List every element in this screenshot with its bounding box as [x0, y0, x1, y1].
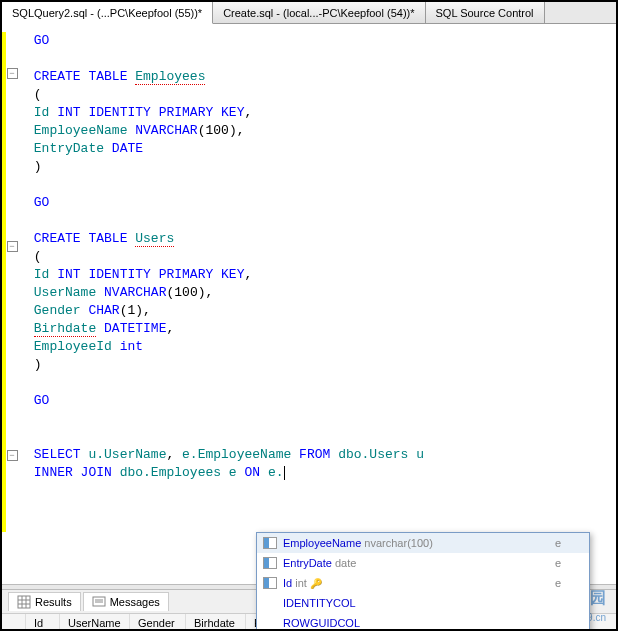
- col-rowheader[interactable]: [2, 614, 26, 631]
- ac-item-id[interactable]: Id int 🔑 e: [257, 573, 589, 593]
- type-datetime: DATETIME: [104, 321, 166, 336]
- tab-create-sql[interactable]: Create.sql - (local...-PC\Keepfool (54))…: [213, 2, 425, 23]
- tab-sqlquery2[interactable]: SQLQuery2.sql - (...PC\Keepfool (55))*: [2, 2, 213, 24]
- col-u-username: u.UserName: [88, 447, 166, 462]
- tab-sql-source-control[interactable]: SQL Source Control: [426, 2, 545, 23]
- keyword-inner-join: INNER JOIN: [34, 465, 112, 480]
- column-icon: [261, 575, 279, 591]
- fold-icon[interactable]: −: [7, 68, 18, 79]
- tab-messages-label: Messages: [110, 596, 160, 608]
- ac-alias: e: [545, 577, 585, 589]
- blank-icon: [261, 615, 279, 631]
- keyword-go: GO: [34, 195, 50, 210]
- ac-type: date: [335, 557, 356, 569]
- paren-close: ): [34, 159, 42, 174]
- ac-type: int: [295, 577, 307, 589]
- ac-label: IDENTITYCOL: [283, 597, 545, 609]
- blank-icon: [261, 595, 279, 611]
- col-birhdate[interactable]: Birhdate: [186, 614, 246, 631]
- col-gender[interactable]: Gender: [130, 614, 186, 631]
- keyword-go: GO: [34, 33, 50, 48]
- key-icon: 🔑: [310, 578, 322, 589]
- num-1: 1: [127, 303, 135, 318]
- cursor-icon: [284, 466, 285, 480]
- grid-icon: [17, 595, 31, 609]
- keyword-from: FROM: [299, 447, 330, 462]
- fold-icon[interactable]: −: [7, 241, 18, 252]
- paren-open: (: [34, 87, 42, 102]
- col-e-employeename: e.EmployeeName: [182, 447, 291, 462]
- tab-messages[interactable]: Messages: [83, 592, 169, 611]
- num-100: 100: [205, 123, 228, 138]
- keyword-create-table: CREATE TABLE: [34, 231, 128, 246]
- ac-type: nvarchar(100): [364, 537, 432, 549]
- keyword-create-table: CREATE TABLE: [34, 69, 128, 84]
- num-100: 100: [174, 285, 197, 300]
- type-nvarchar: NVARCHAR: [135, 123, 197, 138]
- col-birhdate: Birhdate: [34, 321, 96, 337]
- editor-tabs: SQLQuery2.sql - (...PC\Keepfool (55))* C…: [2, 2, 616, 24]
- col-employeename: EmployeeName: [34, 123, 128, 138]
- messages-icon: [92, 595, 106, 609]
- column-icon: [261, 555, 279, 571]
- type-date: DATE: [112, 141, 143, 156]
- col-employeeid: EmployeeId: [34, 339, 112, 354]
- autocomplete-popup: EmployeeName nvarchar(100) e EntryDate d…: [256, 532, 590, 631]
- ac-label: EntryDate: [283, 557, 332, 569]
- type-int: int: [120, 339, 143, 354]
- tab-results-label: Results: [35, 596, 72, 608]
- col-id[interactable]: Id: [26, 614, 60, 631]
- col-username[interactable]: UserName: [60, 614, 130, 631]
- ac-label: EmployeeName: [283, 537, 361, 549]
- table-name-employees: Employees: [135, 69, 205, 85]
- keyword-select: SELECT: [34, 447, 81, 462]
- paren-open: (: [34, 249, 42, 264]
- ac-alias: e: [545, 557, 585, 569]
- keyword-on: ON: [244, 465, 260, 480]
- ac-alias: e: [545, 537, 585, 549]
- fold-icon[interactable]: −: [7, 450, 18, 461]
- col-id: Id: [34, 267, 50, 282]
- paren-close: ): [34, 357, 42, 372]
- col-gender: Gender: [34, 303, 81, 318]
- ac-item-rowguidcol[interactable]: ROWGUIDCOL: [257, 613, 589, 631]
- expr-e-dot: e.: [268, 465, 284, 480]
- ac-label: Id: [283, 577, 292, 589]
- ac-item-employeename[interactable]: EmployeeName nvarchar(100) e: [257, 533, 589, 553]
- col-def: INT IDENTITY PRIMARY KEY: [57, 267, 244, 282]
- table-name-users: Users: [135, 231, 174, 247]
- col-id: Id: [34, 105, 50, 120]
- col-username: UserName: [34, 285, 96, 300]
- tbl-dbo-employees: dbo.Employees e: [120, 465, 237, 480]
- col-def: INT IDENTITY PRIMARY KEY: [57, 105, 244, 120]
- keyword-go: GO: [34, 393, 50, 408]
- code-area[interactable]: GO CREATE TABLE Employees ( Id INT IDENT…: [22, 24, 616, 584]
- ac-item-identitycol[interactable]: IDENTITYCOL: [257, 593, 589, 613]
- type-char: CHAR: [88, 303, 119, 318]
- svg-rect-0: [18, 596, 30, 608]
- ac-item-entrydate[interactable]: EntryDate date e: [257, 553, 589, 573]
- col-entrydate: EntryDate: [34, 141, 104, 156]
- type-nvarchar: NVARCHAR: [104, 285, 166, 300]
- tab-results[interactable]: Results: [8, 592, 81, 611]
- column-icon: [261, 535, 279, 551]
- tbl-dbo-users: dbo.Users u: [338, 447, 424, 462]
- ac-label: ROWGUIDCOL: [283, 617, 545, 629]
- code-editor[interactable]: − − − GO CREATE TABLE Employees ( Id INT…: [2, 24, 616, 584]
